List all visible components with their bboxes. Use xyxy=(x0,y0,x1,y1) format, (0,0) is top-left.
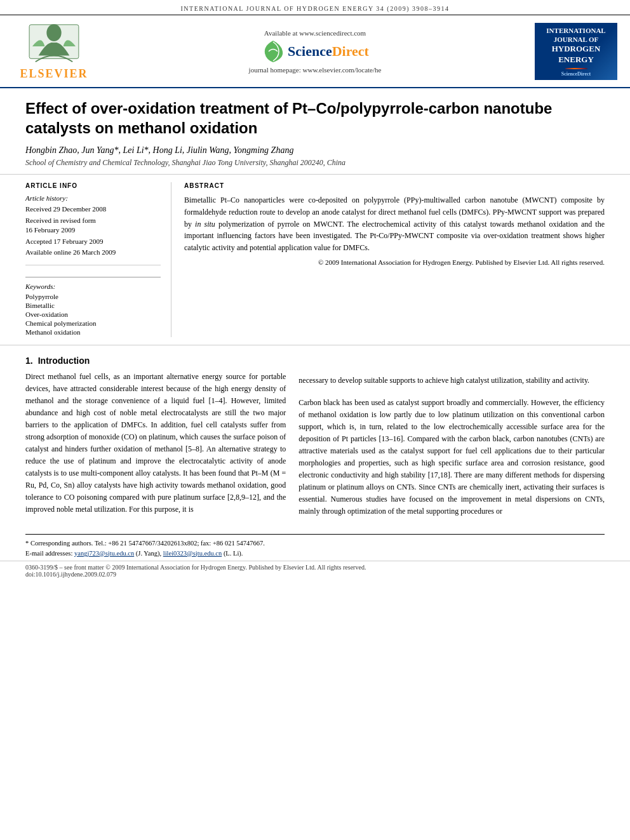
main-content: 1. Introduction Direct methanol fuel cel… xyxy=(0,345,630,527)
copyright-text: © 2009 International Association for Hyd… xyxy=(184,258,605,266)
right-column: necessary to develop suitable supports t… xyxy=(298,356,605,517)
he-brand: ScienceDirect xyxy=(561,71,591,77)
intro-right-text: necessary to develop suitable supports t… xyxy=(298,375,605,387)
doi-text: doi:10.1016/j.ijhydene.2009.02.079 xyxy=(25,571,605,578)
section-title: 1. Introduction xyxy=(25,356,286,366)
keyword-1: Polypyrrole xyxy=(25,293,161,300)
email-link-1[interactable]: yangj723@sjtu.edu.cn xyxy=(74,550,134,557)
sciencedirect-leaf-icon xyxy=(261,39,285,63)
issn-text: 0360-3199/$ – see front matter © 2009 In… xyxy=(25,564,605,571)
keywords-section: Keywords: Polypyrrole Bimetallic Over-ox… xyxy=(25,265,161,336)
left-column: 1. Introduction Direct methanol fuel cel… xyxy=(25,356,286,517)
journal-homepage: journal homepage: www.elsevier.com/locat… xyxy=(249,66,382,74)
he-circle-icon xyxy=(565,68,587,69)
keywords-label: Keywords: xyxy=(25,283,161,290)
accepted-date: Accepted 17 February 2009 xyxy=(25,237,161,246)
footer-bar: 0360-3199/$ – see front matter © 2009 In… xyxy=(0,561,630,580)
sd-text: ScienceDirect xyxy=(288,43,369,60)
divider xyxy=(25,277,161,277)
footnote-bar: * Corresponding authors. Tel.: +86 21 54… xyxy=(25,534,605,559)
email-link-2[interactable]: lilei0323@sjtu.edu.cn xyxy=(163,550,222,557)
abstract-heading: Abstract xyxy=(184,182,605,189)
article-title: Effect of over-oxidation treatment of Pt… xyxy=(25,98,605,138)
abstract-text: Bimetallic Pt–Co nanoparticles were co-d… xyxy=(184,194,605,253)
received-date: Received 29 December 2008 xyxy=(25,204,161,214)
article-info: Article info Article history: Received 2… xyxy=(25,182,171,337)
keyword-3: Over-oxidation xyxy=(25,310,161,318)
article-title-section: Effect of over-oxidation treatment of Pt… xyxy=(0,88,630,175)
svg-rect-2 xyxy=(51,43,57,56)
abstract-section: Abstract Bimetallic Pt–Co nanoparticles … xyxy=(184,182,605,337)
keyword-5: Methanol oxidation xyxy=(25,328,161,336)
svg-point-1 xyxy=(46,24,61,41)
logo-bar: ELSEVIER Available at www.sciencedirect.… xyxy=(0,15,630,88)
history-label: Article history: xyxy=(25,194,161,202)
keyword-4: Chemical polymerization xyxy=(25,319,161,327)
intro-right-text-2: Carbon black has been used as catalyst s… xyxy=(298,397,605,517)
elsevier-logo: ELSEVIER xyxy=(13,22,95,81)
corresponding-footnote: * Corresponding authors. Tel.: +86 21 54… xyxy=(25,538,605,549)
center-logo: Available at www.sciencedirect.com Scien… xyxy=(95,29,535,74)
he-title: International Journal ofHYDROGENENERGY xyxy=(538,26,614,65)
content-section: Article info Article history: Received 2… xyxy=(0,175,630,345)
journal-header: International Journal of Hydrogen Energy… xyxy=(0,0,630,15)
elsevier-tree-icon xyxy=(25,22,83,66)
section-title-text: Introduction xyxy=(38,356,90,366)
available-text: Available at www.sciencedirect.com xyxy=(264,29,366,37)
sciencedirect-logo: ScienceDirect xyxy=(261,39,369,63)
hydrogen-energy-logo: International Journal ofHYDROGENENERGY S… xyxy=(535,23,617,80)
authors: Hongbin Zhao, Jun Yang*, Lei Li*, Hong L… xyxy=(25,145,605,156)
email-footnote: E-mail addresses: yangj723@sjtu.edu.cn (… xyxy=(25,549,605,559)
available-online-date: Available online 26 March 2009 xyxy=(25,248,161,257)
article-info-heading: Article info xyxy=(25,182,161,189)
elsevier-text: ELSEVIER xyxy=(20,67,88,81)
received-revised-date: Received in revised form16 February 2009 xyxy=(25,216,161,236)
intro-left-text: Direct methanol fuel cells, as an import… xyxy=(25,371,286,515)
section-num: 1. xyxy=(25,356,33,366)
affiliation: School of Chemistry and Chemical Technol… xyxy=(25,158,605,168)
keyword-2: Bimetallic xyxy=(25,302,161,309)
